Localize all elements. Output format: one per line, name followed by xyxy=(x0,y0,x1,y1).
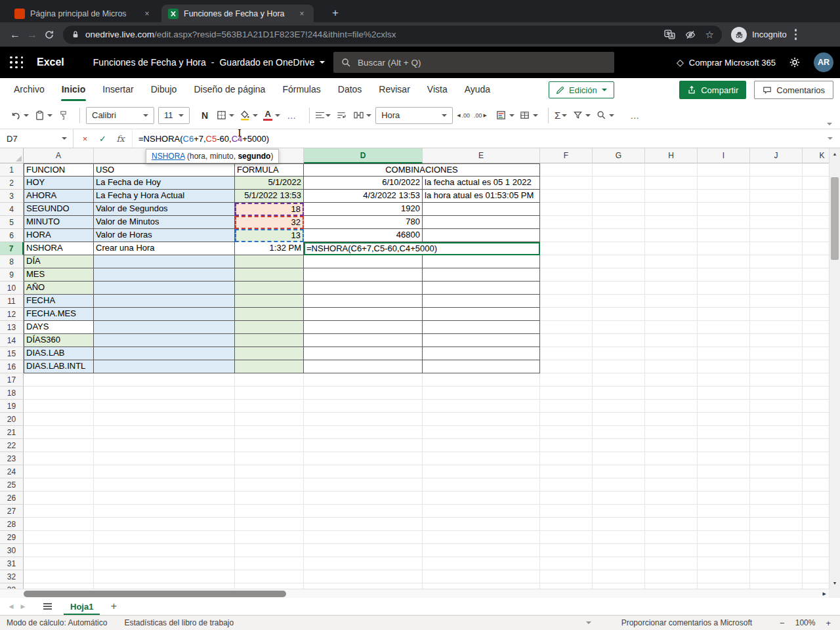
cell-C6[interactable]: 13 xyxy=(235,229,304,242)
vertical-scroll-thumb[interactable] xyxy=(831,177,839,260)
cell-D8[interactable] xyxy=(304,255,423,268)
decrease-decimal-button[interactable]: .00▶ xyxy=(474,112,487,119)
cell-I4[interactable] xyxy=(698,203,750,216)
cell-I21[interactable] xyxy=(698,426,750,439)
cell-A8[interactable]: DÍA xyxy=(24,255,94,268)
cell-C32[interactable] xyxy=(235,570,304,583)
cell-E12[interactable] xyxy=(423,308,540,321)
row-header-17[interactable]: 17 xyxy=(0,373,24,387)
cell-J21[interactable] xyxy=(750,426,803,439)
ribbon-tab-fórmulas[interactable]: Fórmulas xyxy=(274,78,329,101)
cell-J5[interactable] xyxy=(750,216,803,229)
cell-H6[interactable] xyxy=(645,229,698,242)
cell-E26[interactable] xyxy=(423,492,540,505)
cell-I10[interactable] xyxy=(698,282,750,295)
alignment-button[interactable] xyxy=(316,112,331,119)
cell-J2[interactable] xyxy=(750,177,803,190)
cell-A27[interactable] xyxy=(24,505,94,518)
cell-D4[interactable]: 1920 xyxy=(304,203,423,216)
cell-G33[interactable] xyxy=(593,583,645,589)
cell-J13[interactable] xyxy=(750,321,803,334)
cell-G5[interactable] xyxy=(593,216,645,229)
cell-G32[interactable] xyxy=(593,570,645,583)
cell-B1[interactable]: USO xyxy=(94,163,235,177)
cell-C10[interactable] xyxy=(235,282,304,295)
row-header-30[interactable]: 30 xyxy=(0,544,24,557)
ribbon-tab-revisar[interactable]: Revisar xyxy=(370,78,418,101)
cell-G3[interactable] xyxy=(593,190,645,203)
vertical-scrollbar[interactable]: ▲ ▼ xyxy=(829,148,840,589)
cell-H32[interactable] xyxy=(645,570,698,583)
browser-tab-excel-doc[interactable]: Funciones de Fecha y Hora × xyxy=(161,5,314,22)
cell-A31[interactable] xyxy=(24,557,94,570)
cell-H29[interactable] xyxy=(645,531,698,544)
row-header-3[interactable]: 3 xyxy=(0,190,24,203)
cell-C25[interactable] xyxy=(235,478,304,492)
cell-E29[interactable] xyxy=(423,531,540,544)
cell-G28[interactable] xyxy=(593,518,645,531)
bookmark-star-icon[interactable]: ☆ xyxy=(705,29,714,41)
cell-D12[interactable] xyxy=(304,308,423,321)
cell-E10[interactable] xyxy=(423,282,540,295)
cell-K2[interactable] xyxy=(803,177,829,190)
cell-B18[interactable] xyxy=(94,387,235,400)
cell-B10[interactable] xyxy=(94,282,235,295)
cell-H19[interactable] xyxy=(645,400,698,413)
cell-I20[interactable] xyxy=(698,413,750,426)
cell-K16[interactable] xyxy=(803,360,829,373)
cell-B31[interactable] xyxy=(94,557,235,570)
cell-J15[interactable] xyxy=(750,347,803,360)
borders-button[interactable] xyxy=(215,107,234,124)
cell-J16[interactable] xyxy=(750,360,803,373)
cell-C15[interactable] xyxy=(235,347,304,360)
cell-C1[interactable]: FORMULA xyxy=(235,163,304,177)
cell-F26[interactable] xyxy=(540,492,593,505)
cell-A2[interactable]: HOY xyxy=(24,177,94,190)
cell-A26[interactable] xyxy=(24,492,94,505)
row-header-19[interactable]: 19 xyxy=(0,400,24,413)
cell-H22[interactable] xyxy=(645,439,698,452)
cell-K33[interactable] xyxy=(803,583,829,589)
cell-F12[interactable] xyxy=(540,308,593,321)
cell-D15[interactable] xyxy=(304,347,423,360)
cell-F30[interactable] xyxy=(540,544,593,557)
cell-I8[interactable] xyxy=(698,255,750,268)
cell-I7[interactable] xyxy=(698,242,750,255)
cell-B30[interactable] xyxy=(94,544,235,557)
cell-I16[interactable] xyxy=(698,360,750,373)
ribbon-tab-ayuda[interactable]: Ayuda xyxy=(456,78,499,101)
cell-A24[interactable] xyxy=(24,465,94,478)
cell-A20[interactable] xyxy=(24,413,94,426)
cell-I31[interactable] xyxy=(698,557,750,570)
ribbon-tab-vista[interactable]: Vista xyxy=(419,78,456,101)
cell-K18[interactable] xyxy=(803,387,829,400)
tab-close-icon[interactable]: × xyxy=(297,9,307,18)
cell-D31[interactable] xyxy=(304,557,423,570)
cell-H2[interactable] xyxy=(645,177,698,190)
row-header-26[interactable]: 26 xyxy=(0,492,24,505)
cell-J28[interactable] xyxy=(750,518,803,531)
comments-button[interactable]: Comentarios xyxy=(754,81,833,99)
cell-A19[interactable] xyxy=(24,400,94,413)
cell-K15[interactable] xyxy=(803,347,829,360)
cell-D2[interactable]: 6/10/2022 xyxy=(304,177,423,190)
cell-A6[interactable]: HORA xyxy=(24,229,94,242)
cell-F4[interactable] xyxy=(540,203,593,216)
cell-F31[interactable] xyxy=(540,557,593,570)
function-name-link[interactable]: NSHORA xyxy=(152,152,185,161)
increase-decimal-button[interactable]: ◀.00 xyxy=(457,112,470,119)
row-header-28[interactable]: 28 xyxy=(0,518,24,531)
cell-K23[interactable] xyxy=(803,452,829,465)
cell-B20[interactable] xyxy=(94,413,235,426)
cell-F9[interactable] xyxy=(540,268,593,282)
cell-C18[interactable] xyxy=(235,387,304,400)
cell-G11[interactable] xyxy=(593,295,645,308)
cell-C20[interactable] xyxy=(235,413,304,426)
cell-A29[interactable] xyxy=(24,531,94,544)
cell-F29[interactable] xyxy=(540,531,593,544)
cell-A18[interactable] xyxy=(24,387,94,400)
cell-H7[interactable] xyxy=(645,242,698,255)
sheet-list-menu-icon[interactable] xyxy=(43,603,52,610)
cell-I28[interactable] xyxy=(698,518,750,531)
cell-H23[interactable] xyxy=(645,452,698,465)
